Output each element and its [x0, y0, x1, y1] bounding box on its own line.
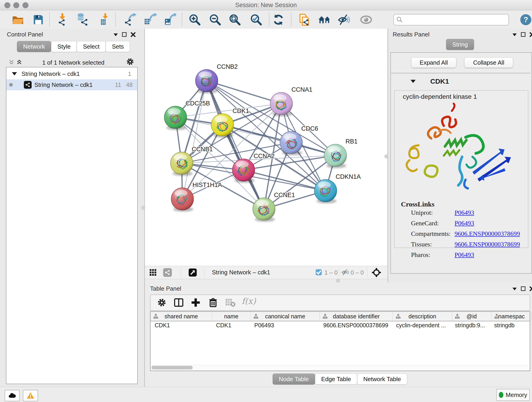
hide-selected-eye-slash-icon[interactable] — [338, 13, 351, 26]
network-node-RB1[interactable] — [324, 144, 347, 168]
entry-collapse-icon[interactable] — [411, 80, 416, 84]
network-edge-CCNB2-CCNA1[interactable] — [207, 81, 281, 104]
network-row-selected[interactable]: String Network – cdk1 11 48 — [6, 79, 137, 90]
zoom-out-icon[interactable] — [209, 13, 222, 26]
birds-eye-view-icon[interactable] — [188, 268, 197, 277]
column-header-database-identifier[interactable]: database identifier — [320, 312, 393, 321]
network-node-CCNB1[interactable] — [171, 152, 193, 176]
show-all-eye-icon[interactable] — [360, 13, 373, 26]
panel-float-icon[interactable] — [122, 32, 127, 37]
refresh-icon[interactable] — [272, 13, 285, 26]
expand-all-chevron-icon[interactable] — [16, 59, 22, 65]
open-session-icon[interactable] — [12, 13, 24, 26]
network-node-CDK1[interactable] — [211, 114, 234, 138]
panel-float-icon[interactable] — [520, 32, 526, 37]
tab-network[interactable]: Network — [17, 41, 51, 52]
fit-selected-crosshair-icon[interactable] — [372, 268, 381, 277]
panel-close-icon[interactable] — [130, 32, 136, 37]
cloud-button[interactable] — [5, 390, 20, 401]
table-cell[interactable]: CDK1 — [151, 321, 212, 330]
copy-network-icon[interactable] — [298, 13, 311, 26]
tab-style[interactable]: Style — [51, 41, 77, 52]
crosslink-link[interactable]: P06493 — [455, 220, 474, 227]
panel-close-icon[interactable] — [529, 286, 532, 292]
zoom-in-icon[interactable] — [188, 13, 201, 26]
import-database-icon[interactable] — [76, 13, 89, 26]
table-cell[interactable]: P06493 — [250, 321, 319, 330]
crosslink-link[interactable]: 9606.ENSP00000378699 — [455, 241, 520, 248]
network-node-CCNA1[interactable] — [270, 92, 293, 116]
network-node-CDKN1A[interactable] — [314, 179, 337, 204]
network-share-icon[interactable] — [163, 268, 172, 277]
tab-edge-table[interactable]: Edge Table — [315, 374, 357, 385]
collapse-all-button[interactable]: Collapse All — [464, 57, 513, 68]
network-node-CCNA2[interactable] — [232, 159, 255, 183]
table-cell[interactable]: cyclin-dependent ... — [392, 321, 451, 330]
memory-button[interactable]: Memory — [496, 389, 530, 401]
export-network-icon[interactable] — [123, 13, 136, 26]
table-cell[interactable]: CDK1 — [212, 321, 250, 330]
warnings-button[interactable] — [23, 390, 38, 401]
tab-node-table[interactable]: Node Table — [273, 374, 315, 385]
network-collection-row[interactable]: String Network – cdk1 1 — [6, 68, 137, 79]
table-cell[interactable]: stringdb:9... — [451, 321, 490, 330]
import-table-icon[interactable] — [98, 13, 110, 26]
genemania-houses-icon[interactable] — [318, 13, 331, 26]
save-session-icon[interactable] — [32, 13, 45, 26]
crosslink-link[interactable]: P06493 — [455, 209, 474, 216]
import-network-icon[interactable] — [56, 13, 69, 26]
panel-float-icon[interactable] — [520, 286, 526, 292]
scrollbar-thumb[interactable] — [152, 366, 193, 370]
collapse-all-chevron-icon[interactable] — [8, 59, 15, 65]
network-node-CCNE1[interactable] — [253, 198, 275, 222]
export-image-icon[interactable] — [163, 13, 176, 26]
table-row[interactable]: CDK1CDK1P064939606.ENSP00000378699cyclin… — [151, 321, 530, 330]
table-horizontal-scrollbar[interactable] — [151, 365, 528, 370]
column-header-canonical-name[interactable]: canonical name — [251, 312, 320, 321]
selected-checkbox-icon[interactable] — [315, 269, 322, 276]
table-cell[interactable]: stringdb — [490, 321, 530, 330]
zoom-fit-icon[interactable] — [228, 13, 241, 26]
panel-menu-icon[interactable] — [512, 32, 517, 37]
search-input[interactable] — [405, 15, 507, 24]
network-options-gear-icon[interactable] — [126, 57, 135, 66]
network-canvas[interactable]: CCNB2CCNA1CDC25BCDK1CDC6RB1CCNB1CCNA2CDK… — [145, 29, 387, 266]
network-edge-CCNB2-CCNE1[interactable] — [207, 81, 264, 209]
collection-expand-icon[interactable] — [12, 72, 17, 75]
tab-sets[interactable]: Sets — [106, 41, 130, 52]
show-columns-icon[interactable] — [173, 297, 184, 308]
help-icon[interactable] — [520, 14, 532, 27]
panel-close-icon[interactable] — [529, 32, 532, 37]
table-panel-title: Table Panel — [150, 285, 181, 292]
crosslink-link[interactable]: 9606.ENSP00000378699 — [455, 230, 520, 237]
column-header-namespac[interactable]: namespac — [491, 312, 532, 321]
network-node-CCNB2[interactable] — [196, 70, 218, 94]
toolbar-search-field[interactable] — [393, 14, 509, 26]
expand-all-button[interactable]: Expand All — [411, 57, 456, 68]
horizontal-splitter-handle[interactable] — [336, 279, 340, 283]
column-header--id[interactable]: @id — [452, 312, 491, 321]
tab-select[interactable]: Select — [77, 41, 106, 52]
column-header-name[interactable]: name — [212, 312, 251, 321]
add-column-icon[interactable] — [190, 297, 201, 308]
network-node-HIST1H1A[interactable] — [171, 188, 194, 212]
delete-column-trash-icon[interactable] — [208, 297, 218, 308]
panel-menu-icon[interactable] — [512, 286, 517, 292]
table-cell[interactable]: 9606.ENSP00000378699 — [319, 321, 392, 330]
tab-network-table[interactable]: Network Table — [357, 374, 407, 385]
panel-menu-icon[interactable] — [113, 32, 119, 37]
grid-view-icon[interactable] — [149, 268, 157, 277]
tab-string[interactable]: String — [446, 39, 474, 50]
zoom-selected-icon[interactable] — [250, 13, 263, 26]
vertical-splitter-handle[interactable] — [141, 206, 145, 210]
network-node-CDC25B[interactable] — [164, 106, 187, 130]
vertical-splitter-handle[interactable] — [385, 154, 388, 158]
column-header-description[interactable]: description — [393, 312, 452, 321]
network-node-CDC6[interactable] — [280, 131, 302, 155]
crosslink-link[interactable]: P06493 — [455, 251, 474, 259]
export-table-icon[interactable] — [144, 13, 157, 26]
table-settings-gear-icon[interactable] — [157, 297, 167, 308]
network-edge-CCNB2-HIST1H1A[interactable] — [182, 81, 207, 199]
column-header-shared-name[interactable]: shared name — [151, 312, 212, 321]
node-gloss — [168, 108, 181, 115]
